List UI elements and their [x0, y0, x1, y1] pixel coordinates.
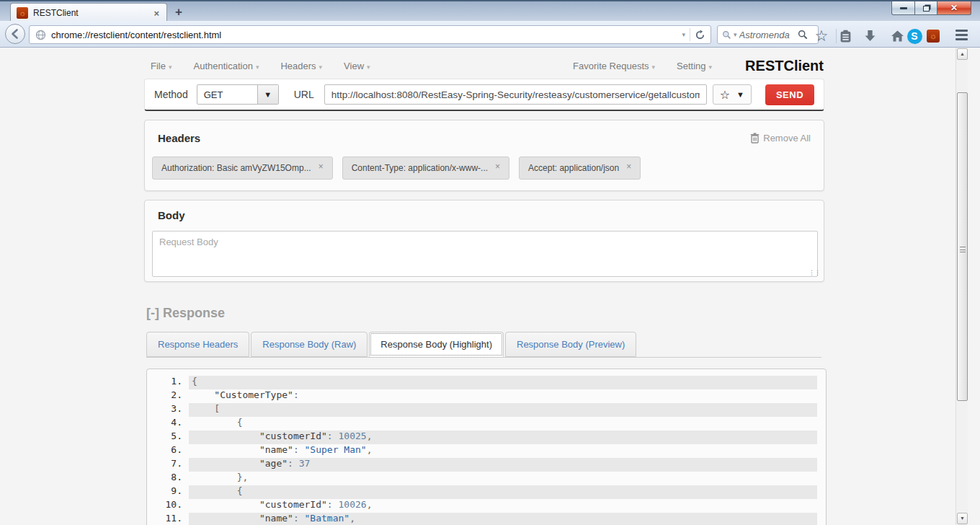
- header-tag-label: Content-Type: application/x-www-...: [352, 163, 488, 173]
- restclient-extension-button[interactable]: ☼: [925, 28, 941, 44]
- code-text: {: [189, 417, 817, 431]
- skype-extension-button[interactable]: S: [906, 28, 922, 44]
- token-key: "name": [259, 513, 293, 524]
- remove-all-button[interactable]: Remove All: [750, 133, 811, 144]
- line-number: 11.: [147, 513, 189, 525]
- code-line: 9. {: [147, 485, 826, 499]
- home-button[interactable]: [888, 28, 906, 44]
- menu-item-setting[interactable]: Setting▾: [677, 61, 712, 71]
- menu-item-file[interactable]: File▾: [151, 61, 172, 71]
- tab-response-headers[interactable]: Response Headers: [146, 332, 249, 357]
- address-input[interactable]: [51, 30, 677, 40]
- back-button[interactable]: [5, 24, 25, 44]
- favorite-star-icon[interactable]: ☆: [720, 88, 730, 102]
- window-controls: ✕: [891, 1, 971, 15]
- method-value: GET: [197, 85, 257, 104]
- remove-header-icon[interactable]: ×: [495, 163, 500, 170]
- menu-button[interactable]: [956, 30, 968, 40]
- menu-item-label: File: [151, 61, 166, 71]
- divider: [690, 28, 690, 41]
- menu-item-favorite-requests[interactable]: Favorite Requests▾: [573, 61, 655, 71]
- code-text: {: [189, 376, 817, 389]
- menu-left-group: File▾Authentication▾Headers▾View▾: [143, 61, 370, 71]
- downloads-button[interactable]: [862, 28, 878, 44]
- back-arrow-icon: [9, 28, 21, 40]
- send-button[interactable]: SEND: [765, 84, 814, 105]
- header-tag-label: Accept: application/json: [528, 163, 619, 173]
- menu-item-view[interactable]: View▾: [344, 61, 370, 71]
- indent: [192, 444, 259, 455]
- vertical-scrollbar[interactable]: ▲ ▼: [956, 48, 968, 525]
- url-bar[interactable]: ▾: [29, 25, 711, 44]
- token-pun: },: [237, 472, 249, 482]
- request-body-textarea[interactable]: [152, 231, 818, 277]
- request-url-input[interactable]: [324, 84, 707, 105]
- scrollbar-thumb[interactable]: [957, 92, 968, 401]
- remove-header-icon[interactable]: ×: [318, 163, 324, 170]
- favorite-request-group[interactable]: ☆ ▼: [713, 84, 752, 105]
- header-tag[interactable]: Authorization: Basic amVyZW15Omp...×: [152, 156, 333, 180]
- code-text: {: [189, 485, 817, 499]
- response-body-highlight: 1.{2. "CustomerType":3. [4. {5. "custome…: [146, 369, 827, 525]
- token-pun: :: [293, 444, 305, 455]
- header-tag[interactable]: Accept: application/json×: [519, 156, 641, 180]
- resize-grip-icon[interactable]: ⋮⋮: [808, 270, 815, 276]
- new-tab-button[interactable]: +: [175, 5, 182, 19]
- page-title: RESTClient: [745, 58, 824, 74]
- token-key: "customerId": [259, 499, 327, 510]
- reload-icon[interactable]: [695, 30, 705, 40]
- header-tags: Authorization: Basic amVyZW15Omp...×Cont…: [145, 144, 824, 180]
- token-pun: :: [293, 513, 305, 524]
- star-icon: ☆: [815, 29, 829, 43]
- line-number: 5.: [147, 431, 189, 444]
- method-label: Method: [154, 89, 188, 100]
- scroll-down-button[interactable]: ▼: [957, 513, 968, 524]
- tab-response-body-highlight-[interactable]: Response Body (Highlight): [369, 332, 504, 357]
- line-number: 8.: [147, 472, 189, 485]
- close-button[interactable]: ✕: [937, 1, 971, 15]
- remove-all-label: Remove All: [763, 133, 811, 144]
- menu-item-label: Favorite Requests: [573, 61, 649, 71]
- code-text: "CustomerType":: [189, 389, 817, 403]
- search-input[interactable]: [739, 30, 796, 40]
- search-engine-icon[interactable]: [722, 30, 731, 40]
- code-text: [: [189, 403, 817, 417]
- line-number: 2.: [147, 389, 189, 403]
- scrollbar-grip-icon: [960, 247, 966, 252]
- chevron-down-icon: ▾: [367, 63, 370, 71]
- response-section-title[interactable]: [-] Response: [146, 306, 225, 321]
- headers-title: Headers: [158, 132, 200, 144]
- restore-button[interactable]: [915, 1, 937, 15]
- code-line: 11. "name": "Batman",: [147, 513, 826, 525]
- remove-header-icon[interactable]: ×: [626, 163, 631, 170]
- token-key: "name": [259, 444, 293, 455]
- tab-response-body-raw-[interactable]: Response Body (Raw): [251, 332, 368, 357]
- favorite-dropdown-icon[interactable]: ▼: [736, 90, 744, 99]
- tab-close-icon[interactable]: ×: [152, 8, 161, 19]
- menu-item-headers[interactable]: Headers▾: [280, 61, 322, 71]
- code-text: "name": "Batman",: [189, 513, 817, 525]
- header-tag[interactable]: Content-Type: application/x-www-...×: [342, 156, 509, 180]
- bookmarks-menu-button[interactable]: [837, 28, 853, 44]
- bookmark-star-button[interactable]: ☆: [814, 28, 829, 44]
- scroll-up-button[interactable]: ▲: [957, 48, 968, 60]
- close-icon: ✕: [950, 3, 958, 13]
- minimize-button[interactable]: [891, 1, 915, 15]
- menu-item-authentication[interactable]: Authentication▾: [193, 61, 259, 71]
- code-text: },: [189, 472, 817, 485]
- restore-icon: [923, 6, 930, 12]
- search-icon[interactable]: [798, 30, 808, 40]
- url-history-dropdown-icon[interactable]: ▾: [682, 31, 685, 38]
- token-pun: {: [237, 417, 243, 428]
- line-number: 3.: [147, 403, 189, 417]
- code-text: "age": 37: [189, 458, 817, 472]
- browser-tab[interactable]: ☼ RESTClient ×: [10, 3, 167, 22]
- globe-icon: [35, 30, 46, 40]
- method-select[interactable]: GET ▼: [197, 84, 279, 105]
- search-engine-dropdown-icon[interactable]: ▾: [734, 31, 737, 38]
- search-bar[interactable]: ▾: [717, 25, 819, 44]
- chevron-down-icon: ▾: [169, 63, 172, 71]
- tab-response-body-preview-[interactable]: Response Body (Preview): [505, 332, 636, 357]
- indent: [192, 458, 259, 469]
- token-pun: ,: [367, 499, 373, 510]
